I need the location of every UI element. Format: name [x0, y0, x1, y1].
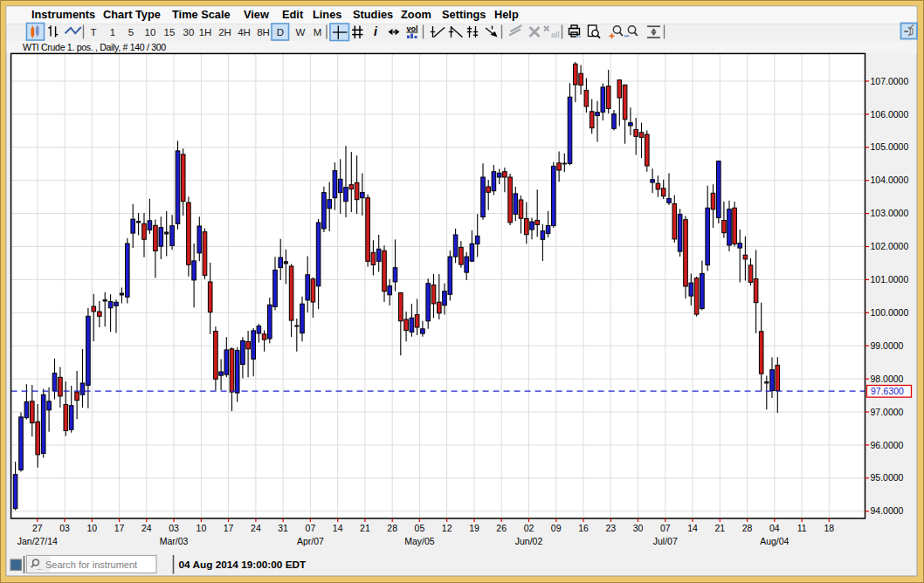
svg-text:30: 30	[183, 27, 195, 38]
svg-text:18: 18	[824, 523, 834, 533]
svg-text:03: 03	[59, 523, 70, 533]
svg-text:107.0000: 107.0000	[871, 76, 909, 86]
svg-text:10: 10	[86, 523, 97, 533]
svg-text:10: 10	[145, 27, 156, 38]
svg-text:5: 5	[128, 27, 134, 38]
svg-text:17: 17	[224, 523, 234, 533]
svg-text:May/05: May/05	[404, 536, 435, 546]
svg-text:11: 11	[797, 523, 807, 533]
svg-text:21: 21	[714, 523, 725, 533]
svg-text:Apr/07: Apr/07	[297, 536, 324, 546]
svg-text:17: 17	[114, 523, 125, 533]
svg-text:26: 26	[496, 523, 507, 533]
svg-text:Edit: Edit	[282, 8, 304, 21]
svg-text:07: 07	[306, 523, 316, 533]
svg-text:05: 05	[415, 523, 425, 533]
svg-text:12: 12	[442, 523, 452, 533]
svg-text:Settings: Settings	[442, 8, 486, 21]
svg-text:21: 21	[360, 523, 370, 533]
svg-text:02: 02	[524, 523, 534, 533]
svg-text:Mar/03: Mar/03	[160, 536, 189, 546]
svg-text:30: 30	[633, 523, 644, 533]
svg-text:1H: 1H	[199, 27, 212, 38]
svg-text:103.0000: 103.0000	[871, 208, 909, 218]
svg-text:97.6300: 97.6300	[871, 386, 904, 396]
svg-text:24: 24	[251, 523, 261, 533]
svg-text:Help: Help	[494, 8, 519, 21]
svg-text:1: 1	[110, 27, 115, 38]
svg-text:4H: 4H	[238, 27, 251, 38]
svg-text:all: all	[551, 30, 560, 39]
svg-text:Jul/07: Jul/07	[653, 536, 678, 546]
svg-text:99.0000: 99.0000	[871, 340, 904, 351]
svg-text:14: 14	[333, 523, 343, 533]
svg-text:14: 14	[687, 523, 698, 533]
svg-text:M: M	[314, 27, 322, 38]
svg-text:16: 16	[578, 523, 589, 533]
svg-text:31: 31	[278, 523, 288, 533]
svg-text:94.0000: 94.0000	[871, 505, 904, 516]
svg-text:T: T	[90, 27, 96, 38]
svg-text:101.0000: 101.0000	[871, 274, 909, 285]
svg-text:10: 10	[197, 523, 207, 533]
svg-text:03: 03	[169, 523, 179, 533]
svg-text:98.0000: 98.0000	[871, 374, 904, 384]
svg-text:D: D	[277, 27, 284, 38]
svg-text:Chart Type: Chart Type	[103, 8, 161, 21]
svg-text:8H: 8H	[257, 27, 270, 38]
svg-text:Studies: Studies	[353, 8, 393, 21]
svg-text:Lines: Lines	[313, 8, 341, 21]
svg-text:View: View	[244, 8, 269, 21]
svg-text:97.0000: 97.0000	[871, 407, 904, 417]
svg-text:04 Aug 2014 19:00:00 EDT: 04 Aug 2014 19:00:00 EDT	[179, 559, 307, 571]
svg-text:96.0000: 96.0000	[871, 440, 904, 450]
svg-text:Search for instrument: Search for instrument	[45, 559, 137, 570]
svg-text:95.0000: 95.0000	[871, 472, 904, 483]
svg-text:Jan/27/14: Jan/27/14	[17, 536, 58, 546]
svg-text:07: 07	[660, 523, 671, 533]
svg-text:27: 27	[32, 523, 43, 533]
svg-text:Time Scale: Time Scale	[172, 8, 231, 21]
svg-text:28: 28	[742, 523, 753, 533]
svg-text:04: 04	[769, 523, 780, 533]
svg-text:24: 24	[141, 523, 152, 533]
svg-text:104.0000: 104.0000	[871, 175, 909, 185]
svg-text:19: 19	[469, 523, 479, 533]
svg-text:15: 15	[164, 27, 176, 38]
svg-text:105.0000: 105.0000	[871, 141, 909, 152]
svg-text:09: 09	[551, 523, 562, 533]
svg-text:2H: 2H	[218, 27, 231, 38]
svg-text:W: W	[296, 27, 306, 38]
svg-text:Jun/02: Jun/02	[515, 536, 543, 546]
svg-text:vol: vol	[406, 24, 417, 33]
svg-text:102.0000: 102.0000	[871, 241, 909, 251]
svg-text:Zoom: Zoom	[401, 8, 431, 21]
svg-text:28: 28	[387, 523, 397, 533]
svg-text:WTI Crude 1. pos. , Daily, # 1: WTI Crude 1. pos. , Daily, # 140 / 300	[23, 42, 166, 52]
svg-text:Aug/04: Aug/04	[760, 536, 789, 546]
svg-text:23: 23	[605, 523, 616, 533]
svg-text:Instruments: Instruments	[31, 8, 95, 21]
svg-text:100.0000: 100.0000	[871, 307, 909, 318]
svg-text:...: ...	[37, 564, 43, 572]
svg-text:106.0000: 106.0000	[871, 109, 909, 120]
